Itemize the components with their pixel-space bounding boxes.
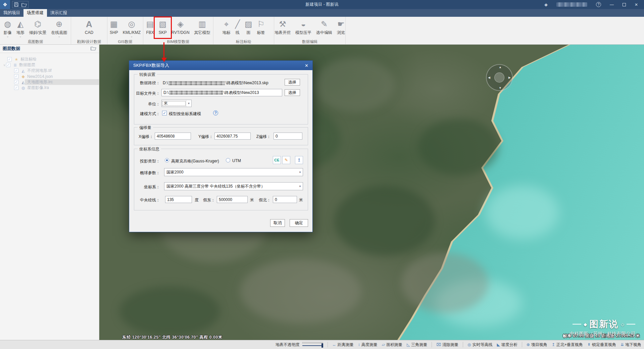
contour-icon: ◎	[467, 342, 471, 347]
layer-row-terrain-tif[interactable]: ✓ ◭ 不挖洞地形.tif	[0, 68, 99, 73]
ribbon-item-online-basemap[interactable]: ⊕ 在线底图 ⌄	[49, 18, 69, 38]
compass-knob[interactable]	[494, 72, 504, 83]
help-icon[interactable]: ?	[596, 2, 601, 7]
ribbon-item-placemark[interactable]: ⌖ 地标	[220, 18, 233, 35]
utm-radio-label[interactable]: UTM	[232, 158, 241, 163]
pan-down-icon[interactable]: ▼	[499, 86, 502, 90]
tool-clear-measure[interactable]: ⌧ 清除测量	[436, 342, 458, 348]
ok-button[interactable]: 确定	[290, 219, 308, 227]
layer-checkbox[interactable]: ✓	[6, 63, 10, 67]
tool-realtime-contour[interactable]: ◎ 实时等高线	[467, 342, 492, 348]
app-logo-icon[interactable]: ❖	[0, 0, 10, 9]
dialog-close-icon[interactable]: ✕	[305, 63, 308, 68]
crs-select[interactable]: 国家2000 高斯三度分带 中央经线135（坐标不含分带） ▾	[164, 182, 303, 190]
central-meridian-input[interactable]	[165, 196, 192, 203]
layer-row-annotation[interactable]: ✓ ★ 标注标绘	[0, 56, 99, 62]
layer-label: 星图影像.lra	[27, 85, 49, 91]
false-northing-input[interactable]	[273, 196, 297, 203]
browse-target-folder-button[interactable]: 选择	[285, 89, 300, 96]
cancel-button[interactable]: 取消	[270, 219, 285, 227]
open-layer-folder-icon[interactable]	[91, 46, 96, 51]
tab-presentation[interactable]: 演示汇报	[47, 9, 70, 17]
ribbon-item-rvt-dgn[interactable]: ◈ RVT/DGN	[169, 18, 192, 35]
chevron-down-icon[interactable]: ⌄	[6, 35, 9, 38]
map-terrain-blob	[334, 186, 435, 256]
layer-row-tianditu-terrain[interactable]: ✓ ◭ 天地图地形.lrc	[0, 79, 99, 85]
layer-row-imagery-lra[interactable]: ✓ ◍ 星图影像.lra	[0, 85, 99, 91]
help-circle-icon[interactable]: ?	[213, 110, 218, 115]
dropdown-arrow-icon[interactable]: ▾	[297, 183, 303, 190]
modeling-checkbox[interactable]: ✓	[162, 111, 167, 115]
false-easting-input[interactable]	[217, 196, 248, 203]
tool-lock-vertical-view[interactable]: ⇞ 锁定垂直视角	[587, 342, 616, 348]
user-name-redacted[interactable]	[556, 2, 587, 7]
maximize-button[interactable]	[623, 3, 626, 6]
browse-data-path-button[interactable]: 选择	[285, 79, 300, 86]
close-button[interactable]: ✕	[635, 2, 638, 7]
ribbon-item-tag[interactable]: ⚐ 标签	[255, 18, 267, 35]
ribbon-item-imagery[interactable]: ◍ 影像 ⌄	[1, 18, 14, 38]
chevron-down-icon[interactable]: ⌄	[131, 35, 133, 38]
minimize-button[interactable]: —	[610, 2, 614, 7]
coordinate-search-button[interactable]: CE	[273, 156, 281, 164]
open-project-button[interactable]	[21, 2, 27, 7]
target-folder-input[interactable]: D:\\路易模型\New2013	[161, 89, 282, 96]
pan-left-icon[interactable]: ◀	[488, 76, 490, 79]
dropdown-arrow-icon[interactable]: ▾	[186, 100, 191, 107]
vip-diamond-icon[interactable]: ◈	[544, 2, 548, 7]
tool-distance-measure[interactable]: ↔ 距离测量	[332, 342, 354, 348]
ribbon-item-excavate[interactable]: ⚒ 地表开挖	[272, 18, 293, 35]
false-easting-label: 假东：	[200, 197, 215, 203]
tab-scene-build[interactable]: 场景搭建	[23, 9, 47, 17]
tree-expander-icon[interactable]: ∨	[3, 63, 6, 67]
chevron-down-icon[interactable]: ⌄	[58, 35, 60, 38]
layer-checkbox[interactable]: ✓	[14, 68, 18, 73]
save-button[interactable]	[14, 2, 19, 7]
ribbon-item-kml[interactable]: ◎ KML/KMZ ⌄	[120, 18, 143, 38]
coordinate-axis-button[interactable]: ↥	[295, 156, 303, 164]
layer-row-data-layers[interactable]: ∨ ✓ ≣ 数据图层	[0, 62, 99, 68]
unit-select[interactable]: 米 ▾	[161, 100, 192, 107]
dropdown-arrow-icon[interactable]: ▾	[297, 168, 303, 176]
compass-navigation-control[interactable]: ▲ ▼ ◀ ▶	[486, 64, 513, 91]
pan-right-icon[interactable]: ▶	[508, 76, 511, 79]
layer-checkbox[interactable]: ✓	[14, 80, 18, 84]
z-offset-input[interactable]	[274, 133, 302, 140]
ribbon-item-oblique[interactable]: ⌬ 倾斜/实景	[27, 18, 49, 35]
gauss-kruger-radio-label[interactable]: 高斯克吕格(Gauss-Kruger)	[171, 158, 219, 164]
y-offset-input[interactable]	[214, 133, 251, 140]
pan-up-icon[interactable]: ▲	[499, 65, 502, 69]
tool-underground-view[interactable]: ⇊ 地下视角	[621, 342, 641, 348]
ribbon-item-terrain[interactable]: ◭ 地形 ⌄	[14, 18, 27, 38]
ribbon-item-other-model[interactable]: ▥ 其它模型	[192, 18, 213, 35]
tool-label: 项目视角	[531, 342, 547, 348]
layer-checkbox[interactable]: ✓	[14, 86, 18, 90]
ellipsoid-select[interactable]: 国家2000 ▾	[164, 168, 303, 176]
dialog-title-bar[interactable]: SKP/FBX数据导入 ✕	[129, 61, 312, 70]
tool-slope-analysis[interactable]: ◣ 坡度分析	[497, 342, 517, 348]
layer-checkbox[interactable]: ✓	[7, 57, 12, 61]
ribbon-item-select-edit[interactable]: ✎ 选中编辑	[314, 18, 335, 35]
ribbon-item-cad[interactable]: A CAD	[83, 18, 96, 35]
ribbon-item-line[interactable]: ╱ 线	[233, 18, 242, 35]
ribbon-item-shp[interactable]: ▦ SHP	[107, 18, 120, 35]
x-offset-input[interactable]	[155, 133, 191, 140]
ribbon-item-flatten[interactable]: ◒ 模型压平	[293, 18, 314, 35]
tool-project-view[interactable]: ⊕ 项目视角	[527, 342, 547, 348]
coordinate-edit-button[interactable]: ✎	[282, 156, 290, 164]
tool-area-measure[interactable]: ▱ 面积测量	[382, 342, 402, 348]
tool-height-measure[interactable]: ↕ 高度测量	[358, 342, 378, 348]
slider-handle[interactable]	[321, 343, 323, 348]
tab-my-projects[interactable]: 我的项目	[0, 9, 23, 17]
tool-triangle-measure[interactable]: ◺ 三角测量	[407, 342, 427, 348]
layer-checkbox[interactable]: ✓	[14, 74, 18, 79]
ribbon-item-polygon[interactable]: ▨ 面	[242, 18, 255, 35]
gauss-kruger-radio[interactable]	[165, 158, 169, 162]
surface-opacity-slider[interactable]	[302, 342, 323, 347]
layer-row-new2014[interactable]: ✓ ◆ New2014.json	[0, 73, 99, 79]
ribbon-item-skp[interactable]: ▧ SKP	[156, 18, 169, 35]
utm-radio[interactable]	[226, 158, 230, 162]
tool-north-vertical-view[interactable]: ↥ 正北+垂直视角	[552, 342, 583, 348]
chevron-down-icon[interactable]: ⌄	[19, 35, 22, 38]
modeling-checkbox-label[interactable]: 模型按坐标系建模	[169, 111, 201, 117]
